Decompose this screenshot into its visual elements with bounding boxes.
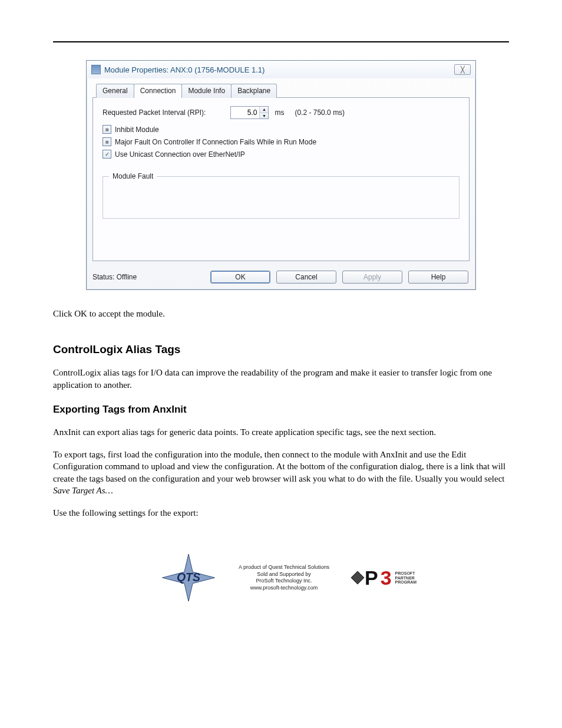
tab-general[interactable]: General — [96, 84, 134, 98]
help-button[interactable]: Help — [408, 271, 468, 284]
footer-text: A product of Quest Technical Solutions S… — [239, 564, 329, 592]
footer-line-4: www.prosoft-technology.com — [239, 585, 329, 592]
tab-module-info[interactable]: Module Info — [181, 84, 232, 98]
close-icon[interactable]: ╳ — [454, 64, 471, 75]
p3-line-3: PROGRAM — [395, 580, 417, 584]
rpi-unit: ms — [275, 108, 284, 117]
p3-line-1: PROSOFT — [395, 571, 417, 575]
apply-button[interactable]: Apply — [342, 271, 402, 284]
p3-diamond-icon — [351, 571, 365, 585]
checkbox-unicast[interactable]: ✓ — [103, 150, 111, 159]
p3-right-text: PROSOFT PARTNER PROGRAM — [395, 571, 417, 584]
checkbox-major-fault-label: Major Fault On Controller If Connection … — [115, 138, 316, 146]
footer-line-1: A product of Quest Technical Solutions — [239, 564, 329, 571]
p3-logo: P3 PROSOFT PARTNER PROGRAM — [353, 561, 400, 594]
checkbox-inhibit[interactable]: ■ — [103, 125, 111, 134]
status-text: Status: Offline — [92, 273, 137, 281]
para-export-1: AnxInit can export alias tags for generi… — [53, 426, 509, 438]
page-footer: QTS A product of Quest Technical Solutio… — [53, 554, 509, 601]
heading-alias-tags: ControlLogix Alias Tags — [53, 343, 509, 356]
window-icon — [91, 65, 101, 74]
svg-text:QTS: QTS — [177, 571, 200, 584]
p3-letter-p: P — [365, 566, 378, 589]
module-properties-dialog: Module Properties: ANX:0 (1756-MODULE 1.… — [86, 60, 476, 290]
checkbox-inhibit-label: Inhibit Module — [115, 126, 159, 134]
spin-down-icon[interactable]: ▼ — [260, 113, 268, 119]
heading-export-tags: Exporting Tags from AnxInit — [53, 404, 509, 416]
checkbox-major-fault[interactable]: ■ — [103, 137, 111, 146]
qts-logo: QTS — [162, 554, 215, 601]
window-title: Module Properties: ANX:0 (1756-MODULE 1.… — [104, 65, 265, 74]
para-alias-body: ControlLogix alias tags for I/O data can… — [53, 367, 509, 391]
checkbox-unicast-label: Use Unicast Connection over EtherNet/IP — [115, 150, 245, 159]
rpi-label: Requested Packet Interval (RPI): — [103, 108, 206, 117]
rpi-range: (0.2 - 750.0 ms) — [295, 108, 345, 117]
rpi-input[interactable] — [231, 107, 259, 118]
tab-backplane[interactable]: Backplane — [231, 84, 277, 98]
footer-line-3: ProSoft Technology Inc. — [239, 578, 329, 585]
ok-button[interactable]: OK — [210, 271, 270, 284]
para-export-2: To export tags, first load the configura… — [53, 449, 509, 496]
spin-up-icon[interactable]: ▲ — [260, 107, 268, 113]
module-fault-group: Module Fault — [103, 176, 459, 219]
titlebar: Module Properties: ANX:0 (1756-MODULE 1.… — [87, 61, 475, 78]
para-export-2-prefix: To export tags, first load the configura… — [53, 450, 505, 483]
para-export-2-italic: Save Target As… — [53, 486, 113, 495]
header-rule — [53, 41, 509, 42]
p3-digit-3: 3 — [381, 566, 392, 589]
tab-connection[interactable]: Connection — [134, 84, 183, 98]
footer-line-2: Sold and Supported by — [239, 571, 329, 578]
cancel-button[interactable]: Cancel — [276, 271, 336, 284]
para-click-ok: Click OK to accept the module. — [53, 308, 509, 319]
para-export-3: Use the following settings for the expor… — [53, 507, 509, 519]
tab-strip: General Connection Module Info Backplane — [96, 83, 470, 97]
p3-line-2: PARTNER — [395, 576, 417, 580]
module-fault-legend: Module Fault — [109, 172, 157, 180]
rpi-stepper[interactable]: ▲ ▼ — [230, 106, 269, 119]
tab-connection-pane: Requested Packet Interval (RPI): ▲ ▼ ms … — [92, 97, 470, 261]
